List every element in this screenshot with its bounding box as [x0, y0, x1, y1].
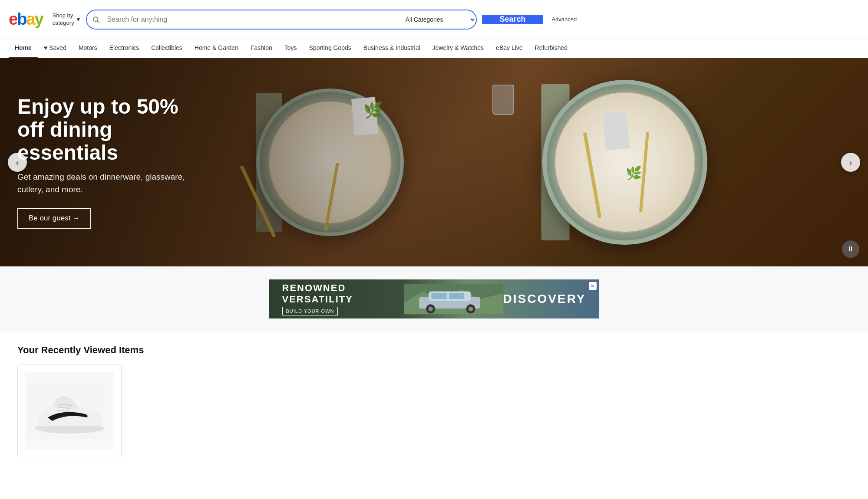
- main-nav: Home ♥ Saved Motors Electronics Collecti…: [0, 39, 868, 58]
- svg-rect-15: [449, 293, 464, 299]
- ad-close-button[interactable]: ✕: [589, 282, 597, 290]
- ad-banner[interactable]: RENOWNED VERSATILITY BUILD YOUR OWN DISC…: [269, 279, 599, 318]
- hero-prev-button[interactable]: ‹: [8, 153, 27, 172]
- ad-section: RENOWNED VERSATILITY BUILD YOUR OWN DISC…: [0, 266, 868, 332]
- search-bar: All Categories Motors Electronics Collec…: [86, 10, 477, 30]
- search-icon: [92, 16, 100, 23]
- hero-content: Enjoy up to 50% off dining essentials Ge…: [17, 95, 200, 229]
- nav-item-collectibles[interactable]: Collectibles: [145, 39, 188, 58]
- search-input[interactable]: [105, 10, 398, 29]
- ad-left: RENOWNED VERSATILITY BUILD YOUR OWN: [282, 282, 404, 315]
- hero-title: Enjoy up to 50% off dining essentials: [17, 95, 200, 164]
- search-button[interactable]: Search: [482, 15, 543, 24]
- hero-banner: 🌿 🌿 Enjoy up to 50% off dining essential…: [0, 58, 868, 266]
- svg-point-13: [468, 307, 473, 312]
- recently-viewed-title: Your Recently Viewed Items: [17, 345, 851, 356]
- logo-a: a: [26, 10, 34, 28]
- ad-right: DISCOVERY: [503, 292, 586, 306]
- header: ebay Shop bycategory ▼ All Categories Mo…: [0, 0, 868, 39]
- svg-point-11: [428, 307, 433, 312]
- logo-b: b: [17, 10, 26, 28]
- shop-by-category-label: Shop bycategory: [53, 12, 74, 27]
- ad-brand-name: DISCOVERY: [503, 292, 586, 306]
- nav-item-toys[interactable]: Toys: [278, 39, 303, 58]
- nav-item-home-garden[interactable]: Home & Garden: [188, 39, 244, 58]
- svg-rect-14: [431, 293, 446, 299]
- nav-item-motors[interactable]: Motors: [73, 39, 103, 58]
- item-image: [25, 372, 114, 450]
- recently-viewed-section: Your Recently Viewed Items: [0, 332, 868, 470]
- hero-next-button[interactable]: ›: [841, 153, 860, 172]
- hero-pause-button[interactable]: ⏸: [842, 240, 859, 258]
- ad-cta-button[interactable]: BUILD YOUR OWN: [282, 307, 338, 315]
- logo-y: y: [35, 10, 43, 28]
- advanced-link[interactable]: Advanced: [551, 16, 577, 23]
- search-icon-wrapper: [87, 10, 105, 29]
- nav-item-sporting-goods[interactable]: Sporting Goods: [303, 39, 357, 58]
- nav-item-business[interactable]: Business & Industrial: [357, 39, 426, 58]
- nav-item-saved[interactable]: ♥ Saved: [38, 39, 73, 58]
- shop-by-category-button[interactable]: Shop bycategory ▼: [53, 12, 81, 27]
- nav-item-home[interactable]: Home: [9, 39, 38, 58]
- nav-item-electronics[interactable]: Electronics: [103, 39, 145, 58]
- svg-point-0: [93, 17, 98, 22]
- heart-icon: ♥: [44, 44, 47, 51]
- nav-item-refurbished[interactable]: Refurbished: [529, 39, 574, 58]
- nav-item-jewelry[interactable]: Jewelry & Watches: [426, 39, 490, 58]
- category-select[interactable]: All Categories Motors Electronics Collec…: [398, 10, 476, 29]
- shoe-image: [28, 383, 111, 439]
- list-item[interactable]: [17, 364, 122, 457]
- chevron-down-icon: ▼: [76, 16, 81, 23]
- hero-subtitle: Get amazing deals on dinnerware, glasswa…: [17, 171, 200, 196]
- recently-viewed-grid: [17, 364, 851, 457]
- svg-line-1: [98, 21, 99, 23]
- nav-item-ebay-live[interactable]: eBay Live: [490, 39, 528, 58]
- nav-item-fashion[interactable]: Fashion: [244, 39, 278, 58]
- hero-cta-button[interactable]: Be our guest →: [17, 208, 91, 229]
- ebay-logo[interactable]: ebay: [9, 10, 43, 29]
- logo-e: e: [9, 10, 17, 28]
- ad-title: RENOWNED VERSATILITY: [282, 282, 404, 305]
- ad-car-image: [404, 282, 503, 316]
